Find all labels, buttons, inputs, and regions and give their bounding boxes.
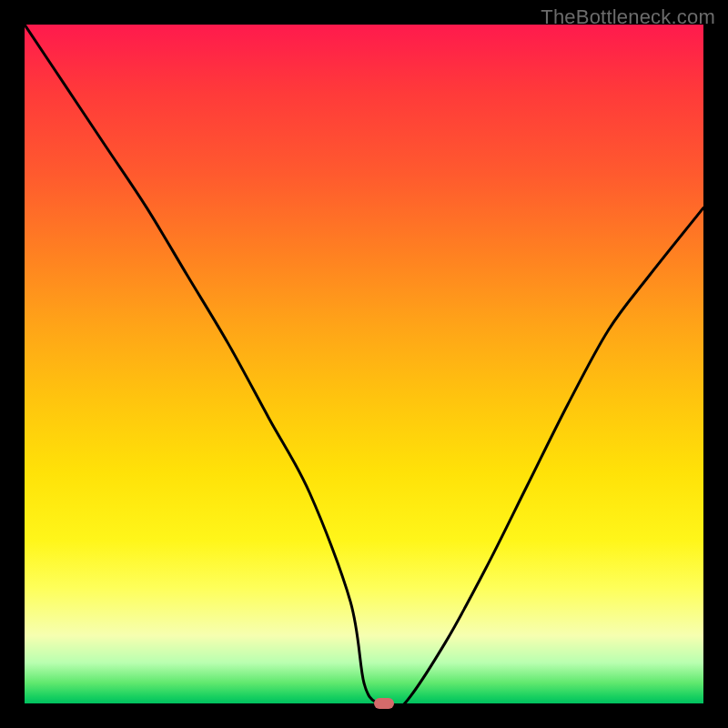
- bottleneck-curve: [25, 25, 703, 703]
- watermark-text: TheBottleneck.com: [541, 5, 715, 29]
- optimal-marker: [374, 698, 394, 709]
- chart-frame: TheBottleneck.com: [0, 0, 728, 728]
- plot-area: [25, 25, 703, 703]
